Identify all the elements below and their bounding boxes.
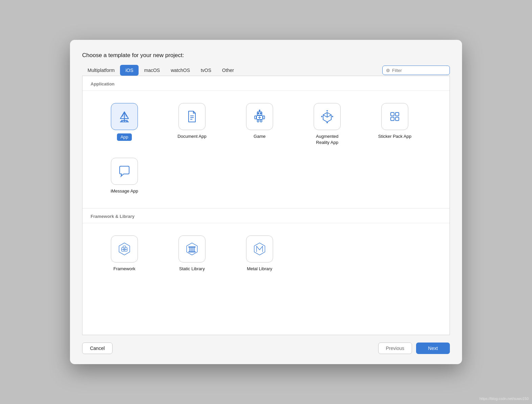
svg-marker-33: [119, 243, 130, 255]
svg-marker-43: [254, 243, 265, 255]
svg-rect-42: [194, 247, 195, 251]
sticker-pack-icon-wrapper: [381, 103, 408, 130]
template-content: Application: [82, 76, 450, 335]
tab-tvos[interactable]: tvOS: [195, 65, 217, 76]
template-item-ar-app[interactable]: AugmentedReality App: [293, 98, 361, 152]
svg-rect-16: [255, 116, 256, 119]
template-item-document-app[interactable]: Document App: [158, 98, 226, 152]
sticker-pack-label: Sticker Pack App: [378, 133, 411, 140]
template-item-framework[interactable]: Framework: [91, 230, 158, 279]
previous-button[interactable]: Previous: [378, 343, 412, 354]
filter-box[interactable]: ⊜: [382, 66, 450, 75]
svg-line-24: [323, 115, 327, 117]
tab-group: Multiplatform iOS macOS watchOS tvOS Oth…: [82, 65, 239, 76]
filter-input[interactable]: [392, 68, 446, 73]
application-section: Application: [82, 76, 450, 208]
framework-library-section-header: Framework & Library: [82, 208, 450, 223]
svg-rect-30: [395, 112, 399, 116]
template-item-game[interactable]: Game: [226, 98, 293, 152]
dialog-footer: Cancel Previous Next: [82, 343, 450, 354]
tab-ios[interactable]: iOS: [120, 65, 139, 76]
imessage-app-icon-wrapper: [111, 158, 138, 185]
svg-rect-18: [257, 120, 259, 122]
ar-app-icon-wrapper: [314, 103, 341, 130]
svg-line-23: [327, 115, 331, 117]
framework-icon: [117, 242, 132, 256]
ar-app-label: AugmentedReality App: [316, 133, 339, 146]
game-icon-wrapper: [246, 103, 273, 130]
svg-rect-19: [260, 120, 262, 122]
document-app-icon-wrapper: [178, 103, 205, 130]
framework-library-section: Framework & Library: [82, 208, 450, 285]
svg-rect-32: [395, 117, 399, 121]
svg-rect-29: [391, 112, 394, 116]
framework-icon-wrapper: [111, 235, 138, 262]
template-item-static-library[interactable]: Static Library: [158, 230, 226, 279]
tab-watchos[interactable]: watchOS: [165, 65, 195, 76]
cancel-button[interactable]: Cancel: [82, 343, 113, 354]
watermark: https://blog.csdn.net/suwu150: [479, 397, 529, 401]
metal-library-icon: [252, 242, 267, 256]
game-label: Game: [253, 133, 265, 140]
svg-rect-40: [189, 247, 190, 251]
game-icon: [252, 109, 267, 124]
metal-library-icon-wrapper: [246, 235, 273, 262]
tab-multiplatform[interactable]: Multiplatform: [82, 65, 120, 76]
svg-rect-14: [260, 113, 261, 114]
svg-point-12: [259, 110, 260, 111]
app-icon-wrapper: [111, 103, 138, 130]
imessage-app-icon: [117, 164, 132, 179]
static-library-label: Static Library: [179, 266, 205, 272]
filter-icon: ⊜: [386, 68, 390, 73]
svg-rect-41: [192, 247, 193, 251]
static-library-icon: [185, 242, 199, 256]
svg-marker-37: [187, 243, 197, 255]
template-item-sticker-pack[interactable]: Sticker Pack App: [361, 98, 429, 152]
template-item-metal-library[interactable]: Metal Library: [226, 230, 293, 279]
tab-macos[interactable]: macOS: [139, 65, 165, 76]
app-label: App: [117, 133, 131, 141]
framework-label: Framework: [113, 266, 135, 272]
footer-right: Previous Next: [378, 343, 450, 354]
metal-library-label: Metal Library: [247, 266, 272, 272]
app-store-icon: [117, 109, 132, 124]
new-project-dialog: Choose a template for your new project: …: [70, 40, 462, 364]
ar-app-icon: [320, 109, 335, 124]
framework-library-items-grid: Framework: [82, 223, 450, 285]
tabs-bar: Multiplatform iOS macOS watchOS tvOS Oth…: [82, 65, 450, 76]
svg-rect-13: [258, 113, 259, 114]
imessage-app-label: iMessage App: [111, 188, 138, 194]
next-button[interactable]: Next: [416, 343, 450, 354]
application-items-grid: App: [82, 91, 450, 208]
application-section-header: Application: [82, 76, 450, 91]
static-library-icon-wrapper: [178, 235, 205, 262]
svg-rect-17: [263, 116, 265, 119]
svg-rect-31: [391, 117, 394, 121]
document-app-label: Document App: [177, 133, 206, 140]
template-item-imessage-app[interactable]: iMessage App: [91, 152, 158, 201]
document-app-icon: [185, 109, 199, 124]
dialog-title: Choose a template for your new project:: [82, 52, 450, 59]
template-item-app[interactable]: App: [91, 98, 158, 152]
tab-other[interactable]: Other: [217, 65, 239, 76]
sticker-pack-icon: [387, 109, 402, 124]
